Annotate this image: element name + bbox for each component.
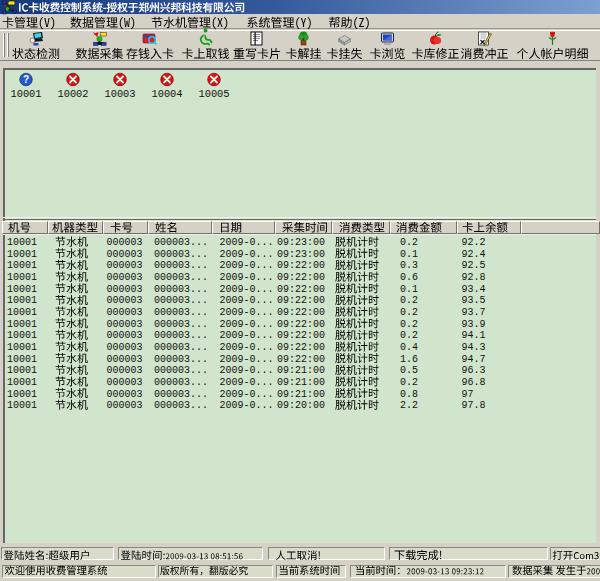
svg-text:?: ? — [23, 74, 29, 85]
